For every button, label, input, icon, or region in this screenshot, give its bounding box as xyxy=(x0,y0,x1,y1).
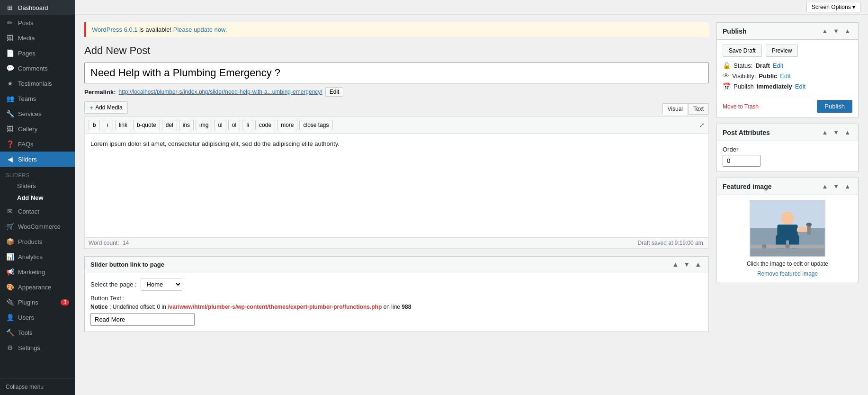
meta-box-collapse-down[interactable]: ▼ xyxy=(682,260,691,268)
post-attributes-title: Post Attributes xyxy=(723,129,770,136)
sidebar-item-plugins[interactable]: 🔌 Plugins 3 xyxy=(0,295,75,310)
collapse-menu[interactable]: Collapse menu xyxy=(0,378,75,395)
sidebar-item-media[interactable]: 🖼 Media xyxy=(0,30,75,45)
sidebar-item-faqs[interactable]: ❓ FAQs xyxy=(0,136,75,152)
permalink-edit-button[interactable]: Edit xyxy=(325,87,344,97)
save-draft-button[interactable]: Save Draft xyxy=(723,45,762,57)
post-title-input[interactable] xyxy=(84,63,709,83)
publish-panel-collapse-up[interactable]: ▲ xyxy=(820,27,830,36)
media-icon: 🖼 xyxy=(6,34,14,42)
sidebar-item-products[interactable]: 📦 Products xyxy=(0,234,75,249)
code-button[interactable]: code xyxy=(255,120,275,130)
visual-tab[interactable]: Visual xyxy=(662,103,688,115)
permalink-label: Permalink: xyxy=(84,89,116,96)
users-icon: 👤 xyxy=(6,314,14,321)
featured-image-controls: ▲ ▼ ▲ xyxy=(820,182,852,191)
notice-line-number: 988 xyxy=(402,304,411,310)
status-edit-link[interactable]: Edit xyxy=(773,62,783,69)
ol-button[interactable]: ol xyxy=(228,120,240,130)
visibility-value: Public xyxy=(759,72,777,80)
italic-button[interactable]: i xyxy=(102,120,113,130)
sidebar-item-teams[interactable]: 👥 Teams xyxy=(0,91,75,106)
li-button[interactable]: li xyxy=(242,120,253,130)
preview-button[interactable]: Preview xyxy=(766,45,798,57)
sidebar-sub-add-new[interactable]: Add New xyxy=(0,192,75,204)
marketing-icon: 📢 xyxy=(6,268,14,276)
screen-options-button[interactable]: Screen Options ▾ xyxy=(806,2,860,12)
featured-image-thumbnail[interactable] xyxy=(750,200,825,257)
please-update-link[interactable]: Please update now. xyxy=(173,26,227,33)
text-tab[interactable]: Text xyxy=(688,103,709,115)
sidebar-item-sliders[interactable]: ◀ Sliders xyxy=(0,152,75,167)
draft-saved: Draft saved at 9:19:00 am. xyxy=(638,240,705,246)
analytics-icon: 📊 xyxy=(6,253,14,260)
editor-footer: Word count: 14 Draft saved at 9:19:00 am… xyxy=(84,238,709,249)
featured-img-collapse-down[interactable]: ▼ xyxy=(831,182,841,191)
meta-box-collapse-up[interactable]: ▲ xyxy=(671,260,680,268)
visibility-row: 👁 Visibility: Public Edit xyxy=(723,72,852,80)
sidebar-item-testimonials[interactable]: ★ Testimonials xyxy=(0,76,75,91)
publish-time-edit-link[interactable]: Edit xyxy=(795,83,805,90)
sidebar-item-analytics[interactable]: 📊 Analytics xyxy=(0,249,75,264)
sidebar-item-dashboard[interactable]: ⊞ Dashboard xyxy=(0,0,75,15)
publish-button[interactable]: Publish xyxy=(817,100,852,113)
sidebar-item-woocommerce[interactable]: 🛒 WooCommerce xyxy=(0,219,75,234)
page-select[interactable]: Home About Contact Services xyxy=(141,278,182,291)
move-to-trash-link[interactable]: Move to Trash xyxy=(723,103,759,110)
sidebar-item-tools[interactable]: 🔨 Tools xyxy=(0,325,75,340)
wordpress-version-link[interactable]: WordPress 6.0.1 xyxy=(92,26,138,33)
order-input[interactable] xyxy=(723,155,761,167)
plugins-badge: 3 xyxy=(61,299,69,305)
update-notice-text: is available! xyxy=(139,26,173,33)
select-page-row: Select the page : Home About Contact Ser… xyxy=(90,278,703,291)
post-attr-close[interactable]: ▲ xyxy=(842,128,852,137)
featured-img-close[interactable]: ▲ xyxy=(842,182,852,191)
sidebar-item-services[interactable]: 🔧 Services xyxy=(0,106,75,121)
notice-message: : Undefined offset: 0 in xyxy=(109,304,168,310)
meta-box-close[interactable]: ▲ xyxy=(693,260,703,268)
del-button[interactable]: del xyxy=(162,120,177,130)
svg-point-8 xyxy=(806,223,812,226)
sidebar-sub-sliders-list[interactable]: Sliders xyxy=(0,180,75,192)
sidebar-item-contact[interactable]: ✉ Contact xyxy=(0,204,75,219)
comments-icon: 💬 xyxy=(6,64,14,72)
sidebar-item-marketing[interactable]: 📢 Marketing xyxy=(0,264,75,279)
sidebar-item-gallery[interactable]: 🖼 Gallery xyxy=(0,121,75,136)
read-more-input[interactable] xyxy=(90,313,195,326)
publish-panel-close[interactable]: ▲ xyxy=(842,27,852,36)
editor-body[interactable]: Lorem ipsum dolor sit amet, consectetur … xyxy=(84,134,709,238)
permalink-url[interactable]: http://localhost/plumber-s/index.php/sli… xyxy=(118,89,322,95)
slider-meta-box-header[interactable]: Slider button link to page ▲ ▼ ▲ xyxy=(85,257,708,272)
sidebar-item-posts[interactable]: ✏ Posts xyxy=(0,15,75,30)
sidebar-item-pages[interactable]: 📄 Pages xyxy=(0,45,75,61)
bold-button[interactable]: b xyxy=(89,120,100,130)
status-value: Draft xyxy=(755,62,770,69)
sidebar-item-comments[interactable]: 💬 Comments xyxy=(0,61,75,76)
link-button[interactable]: link xyxy=(115,120,131,130)
featured-image-caption: Click the image to edit or update xyxy=(723,260,852,267)
button-text-label: Button Text : xyxy=(90,295,703,302)
more-button[interactable]: more xyxy=(277,120,297,130)
featured-img-collapse-up[interactable]: ▲ xyxy=(820,182,830,191)
add-media-button[interactable]: + Add Media xyxy=(84,101,128,114)
sidebar-item-settings[interactable]: ⚙ Settings xyxy=(0,340,75,355)
format-toolbar: b i link b-quote del ins img ul ol li co… xyxy=(84,117,709,134)
featured-image-title: Featured image xyxy=(723,183,771,190)
post-attr-collapse-down[interactable]: ▼ xyxy=(831,128,841,137)
publish-panel-collapse-down[interactable]: ▼ xyxy=(831,27,841,36)
remove-featured-image-link[interactable]: Remove featured image xyxy=(757,270,818,277)
expand-icon[interactable]: ⤢ xyxy=(699,121,705,129)
img-button[interactable]: img xyxy=(196,120,212,130)
ul-button[interactable]: ul xyxy=(214,120,226,130)
bquote-button[interactable]: b-quote xyxy=(133,120,160,130)
ins-button[interactable]: ins xyxy=(179,120,194,130)
dashboard-icon: ⊞ xyxy=(6,4,14,11)
close-tags-button[interactable]: close tags xyxy=(299,120,332,130)
visibility-edit-link[interactable]: Edit xyxy=(780,72,790,80)
sidebar-item-appearance[interactable]: 🎨 Appearance xyxy=(0,279,75,295)
content-area: WordPress 6.0.1 is available! Please upd… xyxy=(75,15,868,395)
update-notice: WordPress 6.0.1 is available! Please upd… xyxy=(84,22,709,37)
sidebar-item-users[interactable]: 👤 Users xyxy=(0,310,75,325)
post-attr-collapse-up[interactable]: ▲ xyxy=(820,128,830,137)
publish-time-row: 📅 Publish immediately Edit xyxy=(723,82,852,90)
